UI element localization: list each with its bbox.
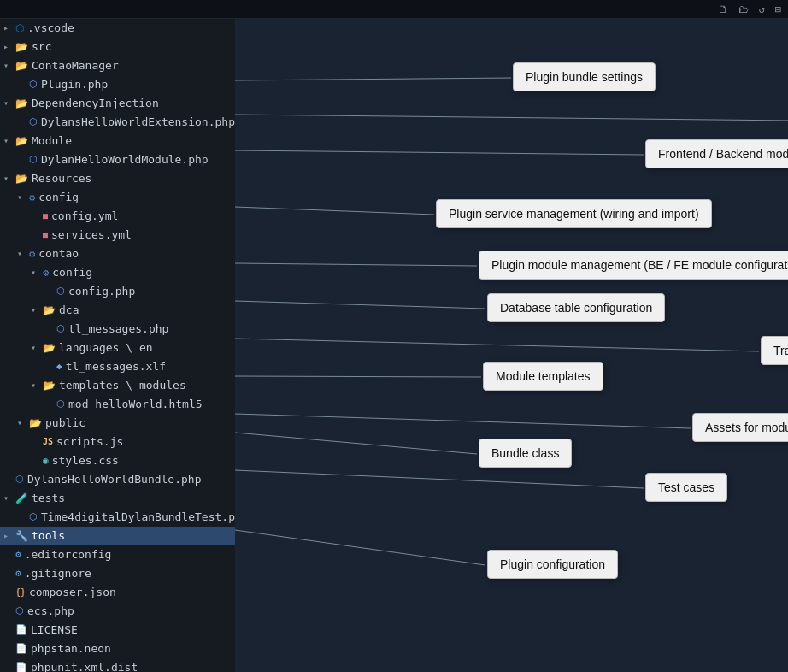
tree-item-contao[interactable]: ▾ ⚙ contao [0,245,235,263]
tree-item-config[interactable]: ▾ ⚙ config [0,263,235,282]
tree-item-time4digitaldylanbundletest-php[interactable]: ⬡ Time4digitalDylanBundleTest.php [0,508,235,527]
tree-label: DylanHelloWorldModule.php [41,151,209,168]
tree-item-config-yml[interactable]: ■ config.yml [0,207,235,226]
tree-label: DependencyInjection [32,95,159,112]
title-bar-icons: 🗋 🗁 ↺ ⊟ [718,3,781,15]
tree-item-dylanshelloworldbundle-php[interactable]: ⬡ DylansHelloWorldBundle.php [0,470,235,489]
tree-item-src[interactable]: ▸ 📂 src [0,38,235,56]
connector-assets-for-modules [235,414,691,428]
tree-item-dylanhelloworldmodule-php[interactable]: ⬡ DylanHelloWorldModule.php [0,150,235,169]
tree-label: ecs.php [27,603,74,620]
annotation-bundle-class: Bundle class [479,439,572,468]
tree-label: config [52,264,92,281]
connector-plugin-bundle-settings [235,78,511,80]
tree-label: .vscode [27,20,74,37]
annotation-plugin-service-management: Plugin service management (wiring and im… [436,199,712,228]
annotation-plugin-bundle-settings: Plugin bundle settings [513,62,656,91]
annotation-frontend-backend-module: Frontend / Backend module [645,139,788,168]
tree-item-dca[interactable]: ▾ 📂 dca [0,301,235,320]
tree-item-templates---modules[interactable]: ▾ 📂 templates \ modules [0,376,235,395]
tree-label: languages \ en [59,339,153,357]
tree-item-languages---en[interactable]: ▾ 📂 languages \ en [0,339,235,357]
tree-label: public [45,415,85,432]
tree-label: phpunit.xml.dist [31,659,138,672]
tree-label: config [38,189,79,206]
tree-label: templates \ modules [59,377,186,394]
tree-label: config.yml [51,208,118,225]
annotation-database-table-config: Database table configuration [487,293,665,322]
tree-item-resources[interactable]: ▾ 📂 Resources [0,169,235,188]
connector-translation-labels [235,339,759,351]
tree-item-tools[interactable]: ▸ 🔧 tools [0,527,235,545]
connector-test-cases [235,470,644,488]
tree-label: config.php [68,283,135,300]
tree-item-mod-helloworld-html5[interactable]: ⬡ mod_helloWorld.html5 [0,395,235,414]
tree-item-contaomanager[interactable]: ▾ 📂 ContaoManager [0,56,235,75]
tree-label: .editorconfig [25,546,112,563]
tree-item-tl-messages-php[interactable]: ⬡ tl_messages.php [0,320,235,339]
tree-item--vscode[interactable]: ▸ ⬡ .vscode [0,19,235,38]
tree-label: Time4digitalDylanBundleTest.php [41,509,235,526]
tree-label: Resources [32,170,91,187]
connector-module-templates [235,376,481,377]
annotation-test-cases: Test cases [645,473,727,502]
tree-label: ContaoManager [32,57,119,74]
connector-plugin-service-management [235,207,434,215]
tree-item-scripts-js[interactable]: JS scripts.js [0,433,235,451]
tree-item--gitignore[interactable]: ⚙ .gitignore [0,564,235,583]
main-layout: ▸ ⬡ .vscode ▸ 📂 src ▾ 📂 ContaoManager ⬡ … [0,19,788,672]
tree-label: tests [32,490,65,507]
tree-item-ecs-php[interactable]: ⬡ ecs.php [0,602,235,621]
tree-item-public[interactable]: ▾ 📂 public [0,414,235,433]
tree-item-config-php[interactable]: ⬡ config.php [0,282,235,301]
tree-label: tools [32,528,65,545]
tree-label: Module [32,133,72,150]
annotation-assets-for-modules: Assets for modules [692,413,788,442]
connector-plugin-service-loader [235,115,788,121]
annotation-area: Plugin bundle settingsPlugin service loa… [235,19,788,672]
title-bar: 🗋 🗁 ↺ ⊟ [0,0,788,19]
tree-label: phpstan.neon [31,640,111,657]
tree-item-tl-messages-xlf[interactable]: ◆ tl_messages.xlf [0,357,235,376]
tree-label: scripts.js [56,433,123,451]
tree-label: dca [59,302,79,319]
tree-item--editorconfig[interactable]: ⚙ .editorconfig [0,545,235,564]
tree-label: mod_helloWorld.html5 [68,396,203,413]
collapse-all-icon[interactable]: ⊟ [775,3,781,15]
refresh-icon[interactable]: ↺ [759,3,765,15]
tree-label: LICENSE [31,622,78,639]
tree-label: src [32,38,51,56]
tree-label: .gitignore [25,565,91,582]
tree-item-module[interactable]: ▾ 📂 Module [0,132,235,150]
connector-database-table-config [235,301,485,309]
tree-item-tests[interactable]: ▾ 🧪 tests [0,489,235,508]
tree-item-phpunit-xml-dist[interactable]: 📄 phpunit.xml.dist [0,658,235,672]
tree-label: contao [38,245,79,262]
connector-frontend-backend-module [235,150,644,155]
tree-item-services-yml[interactable]: ■ services.yml [0,226,235,245]
tree-label: DylansHelloWorldBundle.php [27,471,202,488]
file-tree-sidebar: ▸ ⬡ .vscode ▸ 📂 src ▾ 📂 ContaoManager ⬡ … [0,19,235,672]
tree-item-phpstan-neon[interactable]: 📄 phpstan.neon [0,640,235,658]
tree-item-config[interactable]: ▾ ⚙ config [0,188,235,207]
tree-label: DylansHelloWorldExtension.php [41,114,235,131]
tree-item-dependencyinjection[interactable]: ▾ 📂 DependencyInjection [0,94,235,113]
tree-item-license[interactable]: 📄 LICENSE [0,621,235,640]
new-file-icon[interactable]: 🗋 [718,3,728,15]
tree-label: Plugin.php [41,76,108,93]
tree-item-composer-json[interactable]: {} composer.json [0,583,235,602]
tree-item-styles-css[interactable]: ◉ styles.css [0,451,235,470]
tree-label: tl_messages.xlf [66,358,166,375]
annotation-module-templates: Module templates [483,362,603,391]
connector-plugin-configuration [235,530,485,565]
tree-label: tl_messages.php [68,321,168,338]
connector-plugin-module-management [235,263,477,266]
annotation-plugin-module-management: Plugin module management (BE / FE module… [479,251,788,280]
connector-bundle-class [235,433,477,454]
tree-label: services.yml [51,227,132,244]
tree-label: styles.css [52,452,119,469]
new-folder-icon[interactable]: 🗁 [738,3,749,15]
tree-item-dylanshelloworldextension-php[interactable]: ⬡ DylansHelloWorldExtension.php [0,113,235,132]
tree-item-plugin-php[interactable]: ⬡ Plugin.php [0,75,235,94]
tree-label: composer.json [29,584,116,601]
